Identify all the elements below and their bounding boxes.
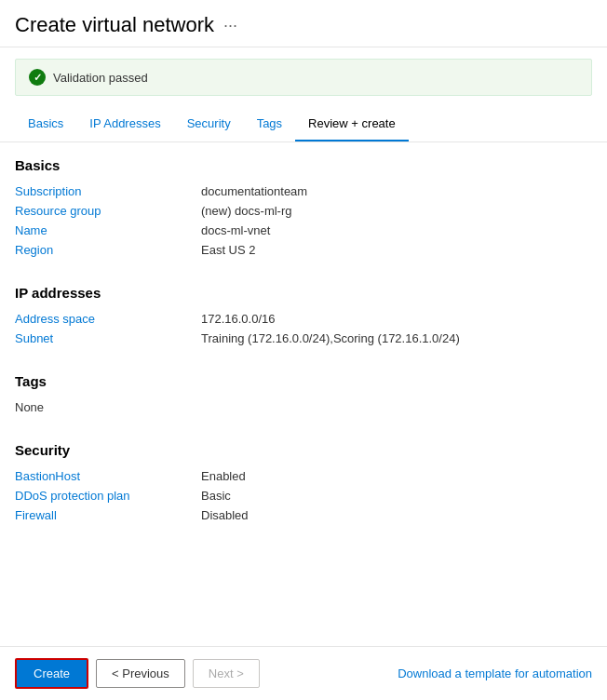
next-button[interactable]: Next > [193, 659, 260, 688]
tab-ip-addresses[interactable]: IP Addresses [76, 107, 173, 141]
tags-section: Tags None [15, 373, 592, 414]
tags-section-title: Tags [15, 373, 592, 389]
basics-section-title: Basics [15, 157, 592, 173]
field-label-name: Name [15, 223, 201, 237]
security-section: Security BastionHost Enabled DDoS protec… [15, 442, 592, 522]
footer: Create < Previous Next > Download a temp… [0, 646, 607, 700]
field-label-resource-group: Resource group [15, 204, 201, 218]
ip-addresses-section-title: IP addresses [15, 285, 592, 301]
basics-section: Basics Subscription documentationteam Re… [15, 157, 592, 257]
field-value-ddos: Basic [201, 489, 592, 503]
field-region: Region East US 2 [15, 243, 592, 257]
field-value-address-space: 172.16.0.0/16 [201, 312, 592, 326]
field-subnet: Subnet Training (172.16.0.0/24),Scoring … [15, 331, 592, 345]
page-header: Create virtual network ··· [0, 0, 607, 47]
security-section-title: Security [15, 442, 592, 458]
validation-banner: Validation passed [15, 59, 592, 96]
field-value-resource-group: (new) docs-ml-rg [201, 204, 592, 218]
field-firewall: Firewall Disabled [15, 508, 592, 522]
field-label-bastion-host: BastionHost [15, 469, 201, 483]
field-label-subscription: Subscription [15, 184, 201, 198]
page-title: Create virtual network [15, 13, 214, 37]
field-value-subnet: Training (172.16.0.0/24),Scoring (172.16… [201, 331, 592, 345]
field-label-ddos: DDoS protection plan [15, 489, 201, 503]
field-value-tags: None [15, 400, 592, 414]
field-label-region: Region [15, 243, 201, 257]
field-value-firewall: Disabled [201, 508, 592, 522]
field-ddos: DDoS protection plan Basic [15, 489, 592, 503]
field-label-subnet: Subnet [15, 331, 201, 345]
field-resource-group: Resource group (new) docs-ml-rg [15, 204, 592, 218]
field-name: Name docs-ml-vnet [15, 223, 592, 237]
field-label-firewall: Firewall [15, 508, 201, 522]
tab-tags[interactable]: Tags [244, 107, 295, 141]
field-value-bastion-host: Enabled [201, 469, 592, 483]
field-bastion-host: BastionHost Enabled [15, 469, 592, 483]
download-template-link[interactable]: Download a template for automation [398, 666, 592, 680]
previous-button[interactable]: < Previous [96, 659, 185, 688]
field-label-address-space: Address space [15, 312, 201, 326]
field-tags-none: None [15, 400, 592, 414]
create-button[interactable]: Create [15, 658, 88, 689]
ip-addresses-section: IP addresses Address space 172.16.0.0/16… [15, 285, 592, 345]
tab-basics[interactable]: Basics [15, 107, 76, 141]
field-subscription: Subscription documentationteam [15, 184, 592, 198]
tab-bar: Basics IP Addresses Security Tags Review… [0, 107, 607, 142]
field-value-subscription: documentationteam [201, 184, 592, 198]
field-value-region: East US 2 [201, 243, 592, 257]
tab-review-create[interactable]: Review + create [295, 107, 409, 141]
main-content: Basics Subscription documentationteam Re… [0, 157, 607, 584]
validation-check-icon [29, 69, 46, 86]
validation-text: Validation passed [53, 71, 148, 85]
field-address-space: Address space 172.16.0.0/16 [15, 312, 592, 326]
field-value-name: docs-ml-vnet [201, 223, 592, 237]
tab-security[interactable]: Security [174, 107, 244, 141]
more-options-icon[interactable]: ··· [223, 16, 237, 35]
